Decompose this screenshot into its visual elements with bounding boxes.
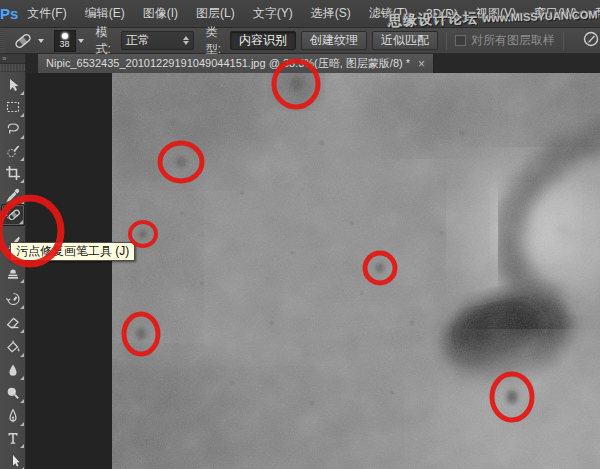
brush-tip-swatch: 38 [54,30,76,52]
mode-stepper-icon [183,36,189,45]
menu-bar: Ps 文件(F)编辑(E)图像(I)图层(L)文字(Y)选择(S)滤镜(T)3D… [0,0,600,28]
photoshop-logo-icon[interactable]: Ps [0,0,18,28]
type-buttons: 内容识别创建纹理近似匹配 [225,31,438,50]
brush-size-value: 38 [60,39,70,49]
tool-dodge[interactable] [1,382,25,404]
tab-close-icon[interactable]: × [418,57,425,71]
menu-item-10[interactable]: 帮助(H) [586,0,600,28]
tool-history-brush[interactable] [1,288,25,310]
sample-all-layers-checkbox[interactable] [455,35,466,46]
tool-move[interactable] [1,74,25,96]
tool-pen[interactable] [1,405,25,427]
tool-crop[interactable] [1,162,25,184]
menu-item-5[interactable]: 选择(S) [302,0,360,28]
mode-value: 正常 [126,32,183,49]
menu-item-4[interactable]: 文字(Y) [244,0,302,28]
double-chevron-icon[interactable]: » [0,54,25,64]
type-button[interactable]: 创建纹理 [301,31,367,50]
menu-item-6[interactable]: 滤镜(T) [360,0,417,28]
menu-item-9[interactable]: 窗口(W) [525,0,586,28]
menu-item-2[interactable]: 图像(I) [134,0,187,28]
document-title: Nipic_6532435_20101229191049044151.jpg @… [46,56,410,71]
mode-label: 模式: [96,24,115,58]
tool-paint-bucket[interactable] [1,336,25,358]
tool-blur[interactable] [1,359,25,381]
options-grip[interactable] [0,28,6,53]
tool-path-selection[interactable] [1,450,25,469]
tools-panel-grip[interactable] [0,64,25,72]
tool-clone-stamp[interactable] [1,262,25,284]
document-tab-bar: Nipic_6532435_20101229191049044151.jpg @… [26,54,600,73]
menu-item-7[interactable]: 3D(D) [417,0,467,28]
tablet-pressure-icon[interactable] [582,30,600,51]
tool-spot-healing-brush[interactable] [1,204,25,226]
sample-all-layers-option[interactable]: 对所有图层取样 [455,32,555,49]
spot-healing-brush-icon[interactable] [12,31,36,51]
document-tab[interactable]: Nipic_6532435_20101229191049044151.jpg @… [38,54,434,73]
tool-eraser[interactable] [1,312,25,334]
tool-type[interactable] [1,427,25,449]
type-button[interactable]: 近似匹配 [372,31,438,50]
mode-select[interactable]: 正常 [121,31,194,50]
tool-options-bar: 38 模式: 正常 类型: 内容识别创建纹理近似匹配 对所有图层取样 [0,28,600,54]
type-label: 类型: [206,24,225,58]
options-separator [446,32,447,50]
tool-preset-caret-icon[interactable] [38,39,44,43]
menu-item-0[interactable]: 文件(F) [18,0,75,28]
tool-rectangular-marquee[interactable] [1,96,25,118]
tool-quick-selection[interactable] [1,140,25,162]
tool-lasso[interactable] [1,118,25,140]
tools-panel: » [0,54,26,469]
tool-eyedropper[interactable] [1,184,25,206]
type-button[interactable]: 内容识别 [230,31,296,50]
menu-item-8[interactable]: 视图(V) [467,0,525,28]
sample-all-layers-label: 对所有图层取样 [471,32,555,49]
options-separator [563,32,564,50]
tool-tooltip: 污点修复画笔工具 (J) [10,242,135,261]
brush-preset-caret-icon[interactable] [78,39,84,43]
brush-preset-picker[interactable]: 38 [54,30,84,52]
photoshop-window: Ps 文件(F)编辑(E)图像(I)图层(L)文字(Y)选择(S)滤镜(T)3D… [0,0,600,469]
photo-canvas[interactable] [112,73,600,469]
